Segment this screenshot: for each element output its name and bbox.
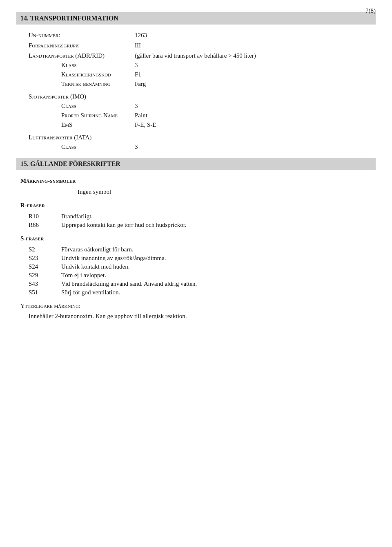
land-klass-value: 3 xyxy=(135,62,138,69)
sfraser-label: S-fraser xyxy=(20,235,372,242)
sfraser-code: S23 xyxy=(20,255,61,262)
sfraser-text: Undvik inandning av gas/rök/ånga/dimma. xyxy=(61,255,166,262)
sjo-proper-shipping-name-label: Proper Shipping Name xyxy=(20,112,135,119)
land-klass-row: Klass 3 xyxy=(20,62,372,69)
luft-class-row: Class 3 xyxy=(20,143,372,150)
forpackningsgrupp-label: Förpackningsgrupp: xyxy=(20,42,135,49)
sjo-class-row: Class 3 xyxy=(20,103,372,110)
rfraser-list: R10Brandfarligt.R66Upprepad kontakt kan … xyxy=(20,213,372,229)
sjo-ems-label: EmS xyxy=(20,121,135,128)
sfraser-code: S29 xyxy=(20,272,61,279)
sfraser-item: S23Undvik inandning av gas/rök/ånga/dimm… xyxy=(20,255,372,262)
sfraser-item: S24Undvik kontakt med huden. xyxy=(20,263,372,270)
luft-class-value: 3 xyxy=(135,143,138,150)
page-number: 7(8) xyxy=(365,7,376,14)
sfraser-text: Vid brandsläckning använd sand. Använd a… xyxy=(61,280,197,287)
lufttransporter-label: Lufttransporter (IATA) xyxy=(20,134,135,141)
sfraser-code: S2 xyxy=(20,246,61,253)
ytterligare-markning-text: Innehåller 2-butanonoxim. Kan ge upphov … xyxy=(20,313,372,320)
markning-symboler-label: Märkning-symboler xyxy=(20,177,372,184)
rfraser-item: R66Upprepad kontakt kan ge torr hud och … xyxy=(20,222,372,229)
land-teknisk-benamning-value: Färg xyxy=(135,81,146,87)
sjo-class-value: 3 xyxy=(135,103,138,110)
sjotransporter-label: Sjötransporter (IMO) xyxy=(20,93,135,100)
landtransporter-header-row: Landtransporter (ADR/RID) (gäller bara v… xyxy=(20,52,372,59)
sfraser-item: S43Vid brandsläckning använd sand. Använ… xyxy=(20,280,372,287)
sjo-class-label: Class xyxy=(20,103,135,110)
sfraser-text: Sörj för god ventilation. xyxy=(61,289,120,296)
land-klassificeringskod-value: F1 xyxy=(135,71,141,78)
un-nummer-value: 1263 xyxy=(135,32,147,39)
forpackningsgrupp-value: III xyxy=(135,42,141,49)
sfraser-text: Töm ej i avloppet. xyxy=(61,272,106,279)
ytterligare-markning-label: Ytterligare märkning: xyxy=(20,303,372,309)
un-nummer-label: Un-nummer: xyxy=(20,32,135,39)
sfraser-code: S51 xyxy=(20,289,61,296)
sfraser-section: S-fraser S2Förvaras oåtkomligt för barn.… xyxy=(20,235,372,296)
sjo-ems-value: F-E, S-E xyxy=(135,121,156,128)
sfraser-item: S29Töm ej i avloppet. xyxy=(20,272,372,279)
rfraser-section: R-fraser R10Brandfarligt.R66Upprepad kon… xyxy=(20,202,372,229)
land-klass-label: Klass xyxy=(20,62,135,69)
luft-class-label: Class xyxy=(20,143,135,150)
section14-header: 14. TRANSPORTINFORMATION xyxy=(16,12,376,25)
landtransporter-block: Landtransporter (ADR/RID) (gäller bara v… xyxy=(20,52,372,87)
sfraser-item: S51Sörj för god ventilation. xyxy=(20,289,372,296)
sjo-ems-row: EmS F-E, S-E xyxy=(20,121,372,128)
land-teknisk-benamning-row: Teknisk benämning Färg xyxy=(20,81,372,87)
rfraser-text: Upprepad kontakt kan ge torr hud och hud… xyxy=(61,222,187,229)
rfraser-item: R10Brandfarligt. xyxy=(20,213,372,220)
landtransporter-note: (gäller bara vid transport av behållare … xyxy=(135,52,256,59)
sjo-proper-shipping-name-value: Paint xyxy=(135,112,147,119)
land-klassificeringskod-row: Klassificeringskod F1 xyxy=(20,71,372,78)
lufttransporter-block: Lufttransporter (IATA) Class 3 xyxy=(20,134,372,150)
sfraser-code: S24 xyxy=(20,263,61,270)
section15-header: 15. GÄLLANDE FÖRESKRIFTER xyxy=(16,158,376,170)
sjo-proper-shipping-name-row: Proper Shipping Name Paint xyxy=(20,112,372,119)
sfraser-list: S2Förvaras oåtkomligt för barn.S23Undvik… xyxy=(20,246,372,296)
sfraser-text: Förvaras oåtkomligt för barn. xyxy=(61,246,134,253)
section15-content: Märkning-symboler Ingen symbol R-fraser … xyxy=(16,177,376,320)
land-teknisk-benamning-label: Teknisk benämning xyxy=(20,81,135,87)
forpackningsgrupp-row: Förpackningsgrupp: III xyxy=(20,42,372,49)
page: 7(8) 14. TRANSPORTINFORMATION Un-nummer:… xyxy=(0,0,392,547)
sfraser-item: S2Förvaras oåtkomligt för barn. xyxy=(20,246,372,253)
land-klassificeringskod-label: Klassificeringskod xyxy=(20,71,135,78)
sjotransporter-block: Sjötransporter (IMO) Class 3 Proper Ship… xyxy=(20,93,372,128)
ingen-symbol-text: Ingen symbol xyxy=(20,188,372,195)
rfraser-text: Brandfarligt. xyxy=(61,213,93,220)
rfraser-label: R-fraser xyxy=(20,202,372,209)
sjotransporter-header-row: Sjötransporter (IMO) xyxy=(20,93,372,100)
sfraser-code: S43 xyxy=(20,280,61,287)
landtransporter-label: Landtransporter (ADR/RID) xyxy=(20,52,135,59)
rfraser-code: R66 xyxy=(20,222,61,229)
rfraser-code: R10 xyxy=(20,213,61,220)
section14-content: Un-nummer: 1263 Förpackningsgrupp: III L… xyxy=(16,32,376,150)
un-nummer-row: Un-nummer: 1263 xyxy=(20,32,372,39)
lufttransporter-header-row: Lufttransporter (IATA) xyxy=(20,134,372,141)
sfraser-text: Undvik kontakt med huden. xyxy=(61,263,129,270)
